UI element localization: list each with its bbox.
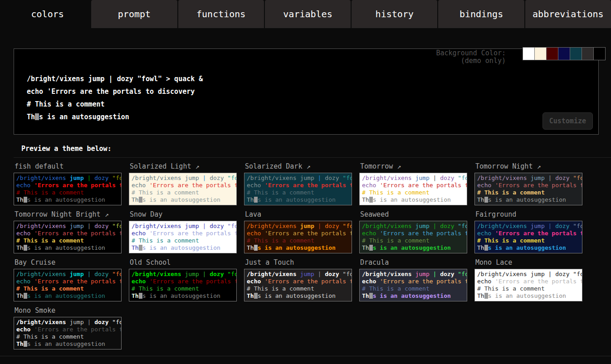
cursor-block: [369, 245, 373, 251]
theme-preview[interactable]: /bright/vixens jump | dozy "fowl" > quac…: [244, 173, 352, 205]
cursor-block: [369, 293, 373, 299]
theme-title[interactable]: Solarized Dark ↗: [245, 162, 352, 170]
bg-swatch-5[interactable]: [582, 47, 594, 60]
customize-button[interactable]: Customize: [543, 112, 593, 130]
theme-title: Bay Cruise: [15, 258, 122, 267]
preview-line: echo 'Errors are the portals to discover…: [132, 182, 234, 189]
theme-card-tomorrow-night[interactable]: Tomorrow Night ↗/bright/vixens jump | do…: [474, 162, 582, 205]
preview-line: /bright/vixens jump | dozy "fowl" > quac…: [477, 271, 580, 278]
bg-swatch-2[interactable]: [546, 47, 558, 60]
theme-card-lava[interactable]: Lava/bright/vixens jump | dozy "fowl" > …: [244, 210, 352, 253]
preview-line: Ths is an autosuggestion: [247, 196, 349, 204]
theme-preview[interactable]: /bright/vixens jump | dozy "fowl" > quac…: [129, 269, 237, 301]
theme-preview[interactable]: /bright/vixens jump | dozy "fowl" > quac…: [474, 173, 582, 205]
theme-card-fairground[interactable]: Fairground/bright/vixens jump | dozy "fo…: [474, 210, 582, 253]
theme-preview[interactable]: /bright/vixens jump | dozy "fowl" > quac…: [359, 221, 467, 253]
theme-card-solarized-dark[interactable]: Solarized Dark ↗/bright/vixens jump | do…: [244, 162, 352, 205]
theme-preview[interactable]: /bright/vixens jump | dozy "fowl" > quac…: [14, 173, 122, 205]
preview-line: /bright/vixens jump | dozy "fowl" > quac…: [132, 175, 234, 182]
theme-card-tomorrow[interactable]: Tomorrow ↗/bright/vixens jump | dozy "fo…: [359, 162, 467, 205]
theme-preview[interactable]: /bright/vixens jump | dozy "fowl" > quac…: [14, 269, 122, 301]
autosuggestion-prefix: Th: [27, 113, 35, 121]
tab-colors[interactable]: colors: [5, 0, 90, 28]
preview-line: Ths is an autosuggestion: [362, 196, 464, 204]
demo-line-quote: echo 'Errors are the portals to discover…: [27, 85, 598, 98]
bg-swatch-4[interactable]: [570, 47, 582, 60]
theme-card-tomorrow-night-bright[interactable]: Tomorrow Night Bright ↗/bright/vixens ju…: [14, 210, 122, 253]
preview-line: # This is a comment: [362, 189, 464, 196]
theme-preview[interactable]: /bright/vixens jump | dozy "fowl" > quac…: [474, 221, 582, 253]
cursor-block: [484, 293, 488, 299]
theme-preview[interactable]: /bright/vixens jump | dozy "fowl" > quac…: [129, 173, 237, 205]
preview-line: Ths is an autosuggestion: [247, 244, 349, 252]
theme-title[interactable]: Tomorrow ↗: [360, 162, 467, 170]
preview-line: echo 'Errors are the portals to discover…: [16, 230, 119, 237]
theme-preview[interactable]: /bright/vixens jump | dozy "fowl" > quac…: [359, 269, 467, 301]
cursor-block: [35, 113, 39, 120]
theme-card-old-school[interactable]: Old School/bright/vixens jump | dozy "fo…: [129, 258, 237, 301]
bg-swatch-0[interactable]: [523, 47, 535, 60]
theme-title: Seaweed: [360, 210, 467, 218]
preview-line: /bright/vixens jump | dozy "fowl" > quac…: [362, 223, 464, 230]
theme-preview[interactable]: /bright/vixens jump | dozy "fowl" > quac…: [14, 317, 122, 349]
theme-title[interactable]: Tomorrow Night Bright ↗: [15, 210, 122, 218]
cursor-block: [484, 245, 488, 251]
cursor-block: [24, 293, 27, 299]
theme-card-mono-lace[interactable]: Mono Lace/bright/vixens jump | dozy "fow…: [474, 258, 582, 301]
tab-history[interactable]: history: [352, 0, 437, 28]
preview-line: # This is a comment: [247, 189, 349, 196]
cursor-block: [484, 197, 488, 203]
theme-card-solarized-light[interactable]: Solarized Light ↗/bright/vixens jump | d…: [129, 162, 237, 205]
tab-variables[interactable]: variables: [265, 0, 351, 28]
theme-card-bay-cruise[interactable]: Bay Cruise/bright/vixens jump | dozy "fo…: [14, 258, 122, 301]
preview-line: Ths is an autosuggestion: [362, 292, 464, 300]
tab-prompt[interactable]: prompt: [91, 0, 177, 28]
preview-line: # This is a comment: [477, 237, 580, 244]
terminal-demo-text: /bright/vixens jump | dozy "fowl" > quac…: [14, 49, 598, 123]
theme-title[interactable]: Tomorrow Night ↗: [475, 162, 582, 170]
preview-line: /bright/vixens jump | dozy "fowl" > quac…: [362, 175, 464, 182]
tab-functions[interactable]: functions: [178, 0, 264, 28]
autosuggestion-suffix: s is an autosuggestion: [39, 113, 129, 121]
theme-preview[interactable]: /bright/vixens jump | dozy "fowl" > quac…: [244, 269, 352, 301]
tab-abbreviations[interactable]: abbreviations: [525, 0, 611, 28]
theme-card-dracula[interactable]: Dracula/bright/vixens jump | dozy "fowl"…: [359, 258, 467, 301]
preview-line: /bright/vixens jump | dozy "fowl" > quac…: [16, 175, 119, 182]
preview-line: # This is a comment: [16, 189, 119, 196]
theme-title: Old School: [130, 258, 237, 267]
theme-preview[interactable]: /bright/vixens jump | dozy "fowl" > quac…: [474, 269, 582, 301]
preview-line: # This is a comment: [132, 189, 234, 196]
cursor-block: [254, 293, 258, 299]
bg-swatch-6[interactable]: [593, 47, 606, 60]
theme-card-snow-day[interactable]: Snow Day/bright/vixens jump | dozy "fowl…: [129, 210, 237, 253]
theme-preview[interactable]: /bright/vixens jump | dozy "fowl" > quac…: [14, 221, 122, 253]
theme-preview[interactable]: /bright/vixens jump | dozy "fowl" > quac…: [359, 173, 467, 205]
demo-line-comment: # This is a comment: [27, 98, 598, 111]
preview-line: echo 'Errors are the portals to discover…: [132, 230, 234, 237]
bg-swatch-1[interactable]: [534, 47, 547, 60]
preview-line: echo 'Errors are the portals to discover…: [132, 278, 234, 285]
theme-title: fish default: [15, 162, 122, 170]
theme-card-just-a-touch[interactable]: Just a Touch/bright/vixens jump | dozy "…: [244, 258, 352, 301]
theme-title[interactable]: Solarized Light ↗: [130, 162, 237, 170]
cursor-block: [24, 197, 27, 203]
theme-card-mono-smoke[interactable]: Mono Smoke/bright/vixens jump | dozy "fo…: [14, 306, 122, 349]
cursor-block: [24, 245, 27, 251]
tab-bindings[interactable]: bindings: [438, 0, 524, 28]
theme-card-seaweed[interactable]: Seaweed/bright/vixens jump | dozy "fowl"…: [359, 210, 467, 253]
theme-preview[interactable]: /bright/vixens jump | dozy "fowl" > quac…: [129, 221, 237, 253]
preview-line: # This is a comment: [362, 285, 464, 292]
theme-preview[interactable]: /bright/vixens jump | dozy "fowl" > quac…: [244, 221, 352, 253]
preview-line: echo 'Errors are the portals to discover…: [477, 278, 580, 285]
preview-line: echo 'Errors are the portals to discover…: [362, 230, 464, 237]
tab-bar: colorspromptfunctionsvariableshistorybin…: [0, 0, 611, 28]
preview-line: Ths is an autosuggestion: [362, 244, 464, 252]
theme-card-fish-default[interactable]: fish default/bright/vixens jump | dozy "…: [14, 162, 122, 205]
preview-line: /bright/vixens jump | dozy "fowl" > quac…: [247, 271, 349, 278]
theme-title: Mono Smoke: [15, 306, 122, 315]
bg-swatch-3[interactable]: [558, 47, 570, 60]
preview-line: Ths is an autosuggestion: [16, 292, 119, 300]
preview-line: echo 'Errors are the portals to discover…: [247, 182, 349, 189]
preview-line: Ths is an autosuggestion: [247, 292, 349, 300]
preview-line: /bright/vixens jump | dozy "fowl" > quac…: [477, 175, 580, 182]
